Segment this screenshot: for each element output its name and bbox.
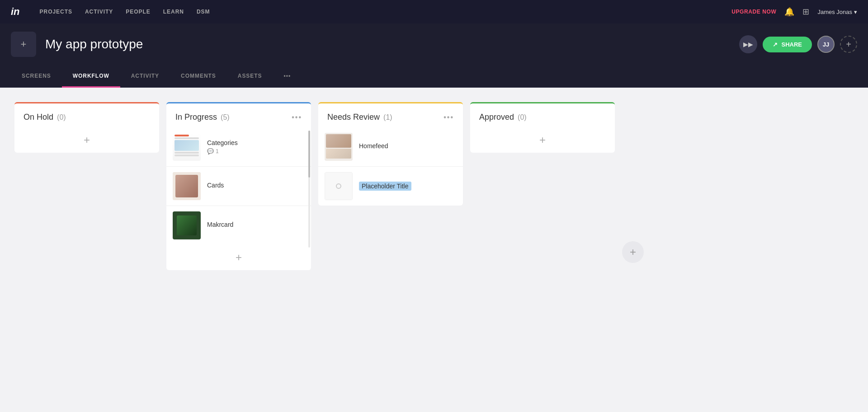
column-needs-review: Needs Review (1) ••• Homefeed bbox=[318, 102, 463, 206]
upgrade-button[interactable]: UPGRADE NOW bbox=[731, 9, 776, 15]
user-menu[interactable]: James Jonas ▾ bbox=[817, 9, 857, 15]
column-needs-review-menu-icon[interactable]: ••• bbox=[443, 113, 454, 122]
scrollbar-thumb[interactable] bbox=[308, 131, 310, 178]
column-in-progress-count: (5) bbox=[221, 113, 230, 122]
card-makrcard-thumbnail bbox=[173, 211, 201, 239]
column-in-progress-menu-icon[interactable]: ••• bbox=[292, 113, 302, 122]
add-card-approved-button[interactable]: + bbox=[535, 133, 550, 147]
card-placeholder-thumbnail bbox=[325, 172, 353, 200]
preview-button[interactable]: ▶▶ bbox=[739, 35, 757, 53]
column-approved-count: (0) bbox=[518, 113, 527, 122]
tab-more[interactable]: ••• bbox=[273, 66, 302, 88]
card-homefeed-name: Homefeed bbox=[359, 142, 457, 150]
add-screen-button[interactable]: + bbox=[11, 32, 36, 57]
card-makrcard-info: Makrcard bbox=[207, 221, 305, 230]
card-categories-name: Categories bbox=[207, 139, 305, 146]
share-label: SHARE bbox=[781, 41, 802, 48]
user-chevron-icon: ▾ bbox=[854, 9, 857, 15]
nav-links: PROJECTS ACTIVITY PEOPLE LEARN DSM bbox=[40, 9, 210, 15]
scrollbar-track bbox=[308, 131, 310, 248]
sub-navigation: SCREENS WORKFLOW ACTIVITY COMMENTS ASSET… bbox=[0, 65, 868, 88]
card-cards-thumbnail bbox=[173, 172, 201, 200]
card-homefeed[interactable]: Homefeed bbox=[318, 127, 463, 167]
tab-assets[interactable]: ASSETS bbox=[227, 66, 273, 88]
column-on-hold: On Hold (0) + bbox=[14, 102, 159, 153]
card-makrcard-name: Makrcard bbox=[207, 221, 305, 228]
card-placeholder-name: Placeholder Title bbox=[359, 182, 411, 191]
column-needs-review-count: (1) bbox=[383, 113, 392, 122]
column-on-hold-header: On Hold (0) bbox=[14, 103, 159, 127]
comment-count: 1 bbox=[216, 148, 219, 154]
column-in-progress-cards: Categories 💬 1 Cards bbox=[166, 127, 311, 245]
add-card-on-hold-button[interactable]: + bbox=[80, 133, 94, 147]
card-categories-info: Categories 💬 1 bbox=[207, 139, 305, 154]
preview-icon: ▶▶ bbox=[743, 41, 753, 48]
workflow-board: On Hold (0) + In Progress (5) ••• bbox=[0, 88, 868, 412]
nav-activity[interactable]: ACTIVITY bbox=[85, 9, 113, 15]
column-approved-header: Approved (0) bbox=[470, 103, 615, 127]
card-placeholder-info: Placeholder Title bbox=[359, 182, 457, 190]
tab-screens[interactable]: SCREENS bbox=[11, 66, 62, 88]
nav-projects[interactable]: PROJECTS bbox=[40, 9, 72, 15]
card-makrcard[interactable]: Makrcard bbox=[166, 206, 311, 245]
column-needs-review-title: Needs Review bbox=[327, 112, 380, 122]
comment-icon: 💬 bbox=[207, 148, 214, 154]
card-categories[interactable]: Categories 💬 1 bbox=[166, 127, 311, 167]
column-needs-review-cards: Homefeed Placeholder Title bbox=[318, 127, 463, 206]
card-placeholder[interactable]: Placeholder Title bbox=[318, 167, 463, 206]
column-needs-review-header: Needs Review (1) ••• bbox=[318, 103, 463, 127]
column-approved-title: Approved bbox=[479, 112, 514, 122]
nav-people[interactable]: PEOPLE bbox=[126, 9, 150, 15]
card-cards-name: Cards bbox=[207, 182, 305, 189]
column-on-hold-count: (0) bbox=[57, 113, 66, 122]
card-cards-info: Cards bbox=[207, 182, 305, 191]
card-cards[interactable]: Cards bbox=[166, 167, 311, 206]
add-collaborator-button[interactable]: + bbox=[840, 36, 857, 53]
share-icon: ↗ bbox=[773, 41, 778, 48]
nav-learn[interactable]: LEARN bbox=[163, 9, 184, 15]
column-in-progress-title: In Progress bbox=[175, 112, 217, 122]
app-logo[interactable]: in bbox=[11, 6, 20, 18]
column-in-progress: In Progress (5) ••• Categories bbox=[166, 102, 311, 270]
share-button[interactable]: ↗ SHARE bbox=[763, 37, 812, 52]
add-card-in-progress-button[interactable]: + bbox=[231, 250, 246, 265]
apps-grid-icon[interactable]: ⊞ bbox=[802, 7, 809, 17]
header-actions: ▶▶ ↗ SHARE JJ + bbox=[739, 35, 857, 53]
nav-right-section: UPGRADE NOW 🔔 ⊞ James Jonas ▾ bbox=[731, 7, 857, 17]
tab-comments[interactable]: COMMENTS bbox=[170, 66, 227, 88]
notifications-icon[interactable]: 🔔 bbox=[784, 7, 794, 17]
add-column-button[interactable]: + bbox=[622, 241, 644, 263]
card-categories-thumbnail bbox=[173, 133, 201, 161]
nav-dsm[interactable]: DSM bbox=[197, 9, 210, 15]
project-title: My app prototype bbox=[45, 37, 730, 52]
card-homefeed-info: Homefeed bbox=[359, 142, 457, 151]
avatar[interactable]: JJ bbox=[817, 36, 835, 53]
tab-workflow[interactable]: WORKFLOW bbox=[62, 66, 120, 88]
card-homefeed-thumbnail bbox=[325, 133, 353, 161]
user-name: James Jonas bbox=[817, 9, 852, 15]
tab-activity[interactable]: ACTIVITY bbox=[120, 66, 170, 88]
column-on-hold-title: On Hold bbox=[24, 112, 53, 122]
card-categories-meta: 💬 1 bbox=[207, 148, 305, 154]
top-navigation: in PROJECTS ACTIVITY PEOPLE LEARN DSM UP… bbox=[0, 0, 868, 23]
project-header: + My app prototype ▶▶ ↗ SHARE JJ + bbox=[0, 23, 868, 65]
placeholder-dot-icon bbox=[336, 183, 341, 189]
column-approved: Approved (0) + bbox=[470, 102, 615, 153]
column-in-progress-header: In Progress (5) ••• bbox=[166, 103, 311, 127]
